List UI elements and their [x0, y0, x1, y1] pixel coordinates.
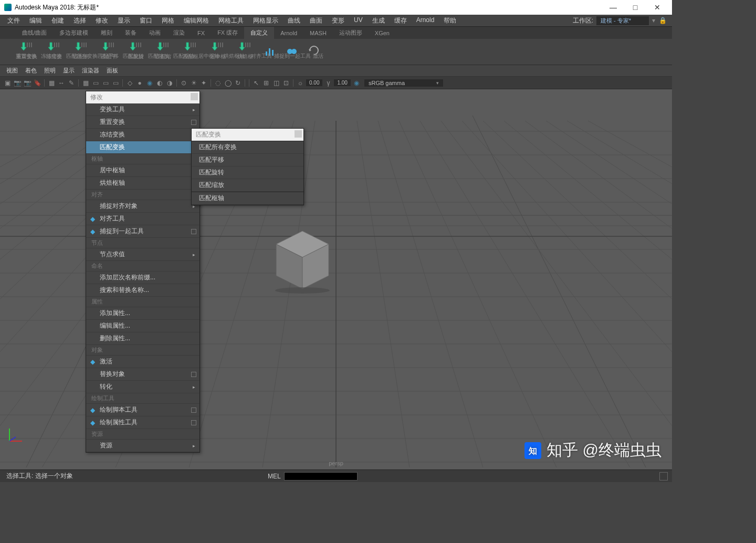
- vt-motion-icon[interactable]: ↻: [234, 79, 242, 87]
- ctx-item-冻结变换[interactable]: 冻结变换: [86, 129, 200, 141]
- vt-exposure-icon[interactable]: ☼: [296, 79, 304, 87]
- menu-生成[interactable]: 生成: [368, 15, 389, 26]
- ctx-item-转化[interactable]: 转化▸: [86, 381, 200, 393]
- vt-gamma-combo[interactable]: sRGB gamma: [364, 79, 443, 87]
- vt-snap2-icon[interactable]: ◫: [272, 79, 280, 87]
- vt-snap3-icon[interactable]: ⊡: [282, 79, 290, 87]
- menu-显示[interactable]: 显示: [113, 15, 134, 26]
- menu-曲线[interactable]: 曲线: [284, 15, 304, 26]
- status-script-editor-icon[interactable]: [659, 472, 668, 481]
- menu-文件[interactable]: 文件: [3, 15, 24, 26]
- option-box-icon[interactable]: [191, 420, 196, 425]
- shelf-tab-FX[interactable]: FX: [191, 28, 211, 38]
- shelf-tab-运动图形[interactable]: 运动图形: [333, 27, 369, 39]
- shelf-tab-FX 缓存[interactable]: FX 缓存: [211, 27, 244, 39]
- vt-grease-icon[interactable]: ✎: [67, 79, 76, 87]
- menu-网格[interactable]: 网格: [158, 15, 178, 26]
- ctx-item-添加层次名称前缀...[interactable]: 添加层次名称前缀...: [86, 272, 200, 284]
- vt-use-lights-icon[interactable]: ◐: [155, 79, 164, 87]
- ctx-item-重置变换[interactable]: 重置变换: [86, 116, 200, 129]
- shelf-tab-装备[interactable]: 装备: [119, 27, 143, 39]
- viewport-menu-视图[interactable]: 视图: [6, 67, 18, 75]
- vt-select-camera-icon[interactable]: ▣: [3, 79, 12, 87]
- menu-帮助[interactable]: 帮助: [439, 15, 460, 26]
- menu-网格工具[interactable]: 网格工具: [214, 15, 248, 26]
- ctx-item-捕捉对齐对象[interactable]: 捕捉对齐对象▸: [86, 200, 200, 213]
- option-box-icon[interactable]: [191, 120, 196, 125]
- vt-image-plane-icon[interactable]: ▦: [47, 79, 56, 87]
- maximize-button[interactable]: □: [625, 1, 646, 14]
- menu-网格显示[interactable]: 网格显示: [249, 15, 282, 26]
- ctx-item-烘焙枢轴[interactable]: 烘焙枢轴: [86, 177, 200, 190]
- viewport-menu-面板[interactable]: 面板: [107, 67, 118, 75]
- vt-smooth-shade-icon[interactable]: ●: [135, 79, 144, 87]
- menu-缓存[interactable]: 缓存: [390, 15, 411, 26]
- option-box-icon[interactable]: [191, 408, 196, 413]
- vt-bookmark-icon[interactable]: 🔖: [33, 79, 41, 87]
- vt-2d-pan-icon[interactable]: ↔: [57, 79, 66, 87]
- viewport-menu-照明[interactable]: 照明: [44, 67, 56, 75]
- vt-snap1-icon[interactable]: ⊞: [262, 79, 270, 87]
- menu-编辑[interactable]: 编辑: [25, 15, 46, 26]
- ctx-item-捕捉到一起工具[interactable]: ◆捕捉到一起工具: [86, 225, 200, 238]
- menu-选择[interactable]: 选择: [69, 15, 90, 26]
- vt-xray-icon[interactable]: ◌: [214, 79, 222, 87]
- menu-曲面[interactable]: 曲面: [306, 15, 327, 26]
- shelf-tab-雕刻[interactable]: 雕刻: [94, 27, 119, 39]
- shelf-tab-自定义[interactable]: 自定义: [244, 27, 274, 39]
- vt-resolution-gate-icon[interactable]: ▭: [101, 79, 110, 87]
- shelf-tab-曲线/曲面[interactable]: 曲线/曲面: [16, 27, 53, 39]
- vt-textured-icon[interactable]: ◉: [145, 79, 154, 87]
- vt-film-gate-icon[interactable]: ▭: [91, 79, 100, 87]
- shelf-tab-XGen[interactable]: XGen: [369, 28, 396, 38]
- viewport-menu-显示[interactable]: 显示: [63, 67, 75, 75]
- menu-Arnold[interactable]: Arnold: [412, 15, 439, 26]
- workspace-selector[interactable]: 建模 - 专家*: [596, 16, 649, 25]
- vt-exposure-value[interactable]: 0.00: [306, 79, 322, 86]
- menu-修改[interactable]: 修改: [91, 15, 112, 26]
- shelf-tab-Arnold[interactable]: Arnold: [274, 28, 303, 38]
- mel-input[interactable]: [284, 472, 358, 481]
- option-box-icon[interactable]: [191, 372, 196, 377]
- vt-light1-icon[interactable]: ☀: [190, 79, 198, 87]
- viewport-menu-着色[interactable]: 着色: [25, 67, 37, 75]
- viewport-menu-渲染器[interactable]: 渲染器: [82, 67, 99, 75]
- ctx-item-资源[interactable]: 资源▸: [86, 440, 200, 452]
- ctx-item-匹配变换[interactable]: 匹配变换▸: [86, 141, 200, 154]
- shelf-tab-MASH[interactable]: MASH: [303, 28, 333, 38]
- ctx2-item-匹配旋转[interactable]: 匹配旋转: [192, 166, 303, 179]
- minimize-button[interactable]: —: [603, 1, 624, 14]
- vt-isolate-icon[interactable]: ⊙: [180, 79, 188, 87]
- ctx-item-添加属性...[interactable]: 添加属性...: [86, 307, 200, 320]
- vt-xray-joints-icon[interactable]: ◯: [224, 79, 232, 87]
- ctx2-close-icon[interactable]: [295, 130, 302, 138]
- ctx-item-替换对象[interactable]: 替换对象: [86, 368, 200, 381]
- vt-shadows-icon[interactable]: ◑: [165, 79, 174, 87]
- ctx-close-icon[interactable]: [191, 93, 198, 100]
- option-box-icon[interactable]: [191, 229, 196, 234]
- ctx2-item-匹配平移[interactable]: 匹配平移: [192, 154, 303, 166]
- vt-gate-mask-icon[interactable]: ▭: [111, 79, 120, 87]
- vt-cam2-icon[interactable]: 📷: [23, 79, 32, 87]
- vt-gamma-icon[interactable]: γ: [324, 79, 332, 87]
- menu-窗口[interactable]: 窗口: [135, 15, 156, 26]
- vt-gamma-value[interactable]: 1.00: [334, 79, 350, 86]
- ctx2-item-匹配所有变换[interactable]: 匹配所有变换: [192, 141, 303, 154]
- ctx-item-删除属性...[interactable]: 删除属性...: [86, 332, 200, 345]
- ctx-item-绘制属性工具[interactable]: ◆绘制属性工具: [86, 416, 200, 429]
- vt-colorspace-icon[interactable]: ◉: [352, 79, 361, 87]
- ctx-item-对齐工具[interactable]: ◆对齐工具: [86, 213, 200, 225]
- ctx2-item-匹配缩放[interactable]: 匹配缩放: [192, 179, 303, 192]
- menu-变形[interactable]: 变形: [328, 15, 349, 26]
- vt-wireframe-icon[interactable]: ◇: [125, 79, 134, 87]
- lock-icon[interactable]: 🔒: [658, 16, 667, 25]
- ctx-item-搜索和替换名称...[interactable]: 搜索和替换名称...: [86, 284, 200, 297]
- menu-UV[interactable]: UV: [350, 15, 367, 26]
- shelf-tab-渲染[interactable]: 渲染: [167, 27, 191, 39]
- shelf-tab-动画[interactable]: 动画: [143, 27, 167, 39]
- ctx-item-节点求值[interactable]: 节点求值▸: [86, 248, 200, 261]
- ctx-item-编辑属性...[interactable]: 编辑属性...: [86, 320, 200, 332]
- ctx-item-绘制脚本工具[interactable]: ◆绘制脚本工具: [86, 404, 200, 416]
- ctx-item-激活[interactable]: ◆激活: [86, 356, 200, 368]
- close-button[interactable]: ✕: [647, 1, 668, 14]
